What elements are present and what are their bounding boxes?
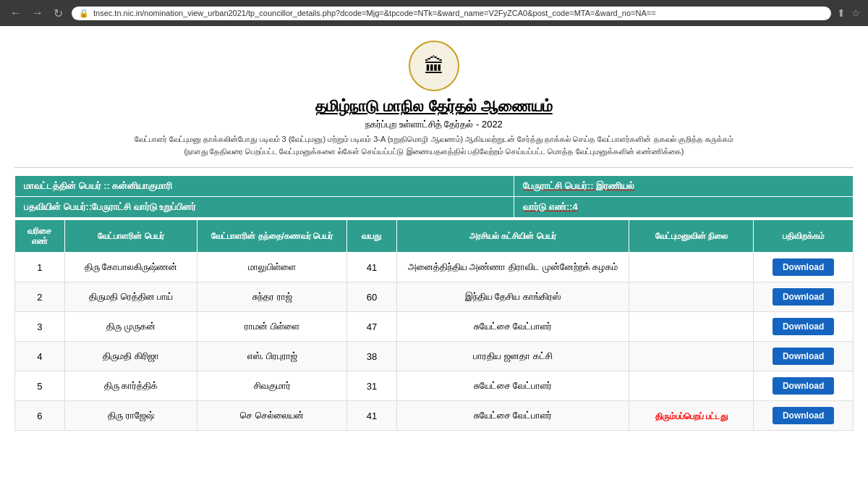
info-row-1: மாவட்டத்தின் பெயர் :: கன்னியாகுமாரி பேரு… [15,176,854,197]
cell-status [629,253,754,282]
cell-party: சுயேட்சை வேட்பாளர் [396,401,629,431]
refresh-button[interactable]: ↻ [51,5,66,22]
cell-action: Download [754,312,854,342]
table-row: 6திரு ராஜேஷ்செ செல்லையன்41சுயேட்சை வேட்ப… [15,401,854,431]
cell-serial: 1 [15,253,65,282]
council-cell: பேருராட்சி பெயர்:: இரணியல் [514,176,854,197]
cell-action: Download [754,401,854,431]
cell-party: சுயேட்சை வேட்பாளர் [396,312,629,342]
cell-status [629,282,754,312]
cell-party: இந்திய தேசிய காங்கிரஸ் [396,282,629,312]
cell-name: திருமதி ரெத்தின பாய் [64,282,197,312]
cell-serial: 5 [15,371,65,401]
cell-father: செ செல்லையன் [197,401,347,431]
description-line2: (நாளது தேதிவரை பெறப்பட்ட வேட்புமனுக்களை … [109,146,760,158]
emblem-icon: 🏛 [424,54,444,78]
col-header-status: வேட்புமனுவின் நிலை [629,220,754,253]
description-line1: வேட்பாளர் வேட்புமனு தாக்கலின்போது படிவம்… [109,133,760,146]
government-emblem: 🏛 [409,41,459,91]
council-label: பேருராட்சி பெயர்:: இரணியல் [523,180,634,191]
address-bar[interactable]: 🔒 tnsec.tn.nic.in/nomination_view_urban2… [72,7,831,20]
back-button[interactable]: ← [7,5,25,21]
download-button[interactable]: Download [773,377,834,395]
bookmark-icon[interactable]: ☆ [851,7,861,19]
district-cell: மாவட்டத்தின் பெயர் :: கன்னியாகுமாரி [15,176,514,197]
col-header-serial: வரிசை எண் [15,220,65,253]
rejected-label: திரும்பப்பெறப் பட்டது [655,411,728,421]
browser-chrome: ← → ↻ 🔒 tnsec.tn.nic.in/nomination_view_… [0,0,868,26]
cell-age: 31 [346,371,396,401]
cell-action: Download [754,253,854,282]
cell-name: திருமதி கிரிஜா [64,342,197,371]
header-logo: 🏛 [14,41,854,91]
cell-name: திரு கோபாலகிருஷ்ணன் [64,253,197,282]
cell-age: 41 [346,401,396,431]
browser-nav[interactable]: ← → ↻ [7,5,66,22]
cell-status [629,342,754,371]
table-row: 1திரு கோபாலகிருஷ்ணன்மாலுபிள்ளை41அனைத்திந… [15,253,854,282]
cell-party: பாரதிய ஜனதா கட்சி [396,342,629,371]
table-row: 5திரு கார்த்திக்சிவகுமார்31சுயேட்சை வேட்… [15,371,854,401]
description: வேட்பாளர் வேட்புமனு தாக்கலின்போது படிவம்… [109,133,760,157]
col-header-age: வயது [346,220,396,253]
cell-name: திரு ராஜேஷ் [64,401,197,431]
main-title: தமிழ்நாடு மாநில தேர்தல் ஆணையம் [14,97,854,116]
ward-cell: வார்டு எண்::4 [514,197,854,218]
address-bar-container: ← → ↻ 🔒 tnsec.tn.nic.in/nomination_view_… [0,0,868,26]
info-table: மாவட்டத்தின் பெயர் :: கன்னியாகுமாரி பேரு… [14,175,854,218]
browser-actions: ⬆ ☆ [837,7,861,19]
cell-age: 47 [346,312,396,342]
cell-name: திரு முருகன் [64,312,197,342]
cell-father: சிவகுமார் [197,371,347,401]
cell-name: திரு கார்த்திக் [64,371,197,401]
table-row: 4திருமதி கிரிஜாஎஸ். பிரபுராஜ்38பாரதிய ஜன… [15,342,854,371]
share-icon[interactable]: ⬆ [837,7,846,19]
col-header-action: பதிவிறக்கம் [754,220,854,253]
page-content: 🏛 தமிழ்நாடு மாநில தேர்தல் ஆணையம் நகர்ப்ப… [0,26,868,445]
cell-serial: 6 [15,401,65,431]
download-button[interactable]: Download [773,407,834,424]
divider [14,167,854,168]
panchayat-cell: பதவியின் பெயர்::பேருராட்சி வார்டு உறுப்ப… [15,197,514,218]
main-data-table: வரிசை எண் வேட்பாளரின் பெயர் வேட்பாளரின் … [14,219,854,431]
ward-label: வார்டு எண்::4 [523,201,578,212]
table-header-row: வரிசை எண் வேட்பாளரின் பெயர் வேட்பாளரின் … [15,220,854,253]
col-header-name: வேட்பாளரின் பெயர் [64,220,197,253]
cell-action: Download [754,282,854,312]
forward-button[interactable]: → [29,5,46,21]
col-header-party: அரசியல் கட்சியின் பெயர் [396,220,629,253]
cell-action: Download [754,371,854,401]
cell-father: மாலுபிள்ளை [197,253,347,282]
col-header-father: வேட்பாளரின் தந்தை/கணவர் பெயர் [197,220,347,253]
download-button[interactable]: Download [773,348,834,365]
cell-age: 41 [346,253,396,282]
cell-status [629,371,754,401]
info-row-2: பதவியின் பெயர்::பேருராட்சி வார்டு உறுப்ப… [15,197,854,218]
download-button[interactable]: Download [773,318,834,335]
download-button[interactable]: Download [773,258,834,276]
cell-action: Download [754,342,854,371]
cell-father: எஸ். பிரபுராஜ் [197,342,347,371]
url-text: tnsec.tn.nic.in/nomination_view_urban202… [93,9,824,17]
cell-status [629,312,754,342]
cell-father: ராமன் பிள்ளை [197,312,347,342]
sub-title: நகர்ப்புற உள்ளாட்சித் தேர்தல் - 2022 [14,119,854,130]
cell-serial: 2 [15,282,65,312]
table-row: 3திரு முருகன்ராமன் பிள்ளை47சுயேட்சை வேட்… [15,312,854,342]
cell-party: சுயேட்சை வேட்பாளர் [396,371,629,401]
lock-icon: 🔒 [79,9,89,18]
cell-serial: 4 [15,342,65,371]
download-button[interactable]: Download [773,288,834,306]
cell-status: திரும்பப்பெறப் பட்டது [629,401,754,431]
cell-age: 38 [346,342,396,371]
cell-party: அனைத்திந்திய அண்ணா திராவிட முன்னேற்றக் க… [396,253,629,282]
table-row: 2திருமதி ரெத்தின பாய்சுந்தர ராஜ்60இந்திய… [15,282,854,312]
cell-father: சுந்தர ராஜ் [197,282,347,312]
cell-age: 60 [346,282,396,312]
cell-serial: 3 [15,312,65,342]
